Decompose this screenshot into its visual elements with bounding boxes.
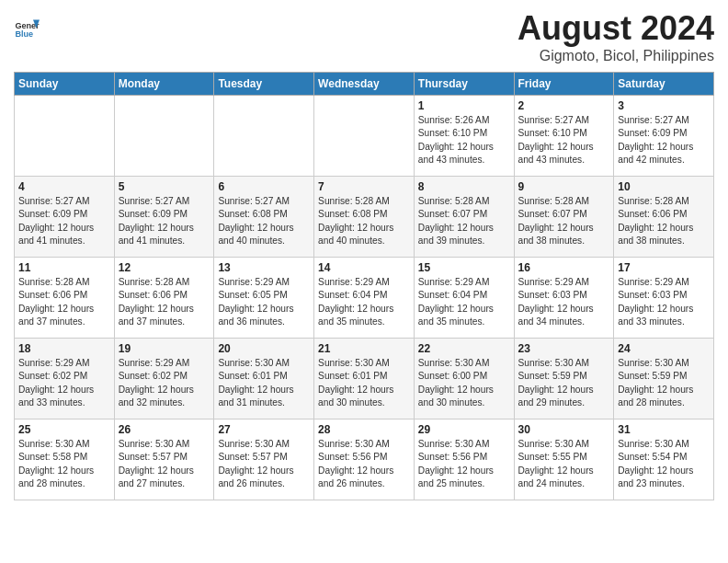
cell-content: Sunrise: 5:28 AM [418, 195, 510, 208]
cell-content: and 39 minutes. [418, 235, 510, 247]
cell-content: Sunrise: 5:30 AM [218, 357, 310, 370]
cell-content: Sunset: 6:08 PM [218, 208, 310, 221]
day-header: Tuesday [214, 73, 314, 96]
cell-content: and 35 minutes. [318, 316, 410, 328]
cell-content: Daylight: 12 hours [218, 303, 310, 316]
cell-content: Sunrise: 5:30 AM [418, 438, 510, 451]
day-number: 24 [618, 342, 710, 355]
day-number: 19 [119, 342, 210, 355]
day-header: Thursday [414, 73, 514, 96]
cell-content: Daylight: 12 hours [418, 222, 510, 235]
day-number: 25 [18, 423, 110, 436]
title-block: August 2024 Gigmoto, Bicol, Philippines [518, 9, 714, 64]
cell-content: Daylight: 12 hours [618, 222, 710, 235]
calendar-week-row: 25Sunrise: 5:30 AMSunset: 5:58 PMDayligh… [15, 419, 714, 500]
calendar-cell: 18Sunrise: 5:29 AMSunset: 6:02 PMDayligh… [15, 339, 115, 419]
calendar-cell [214, 96, 314, 177]
cell-content: and 43 minutes. [418, 154, 510, 167]
cell-content: Sunrise: 5:30 AM [318, 438, 410, 451]
cell-content: Sunset: 6:07 PM [518, 208, 610, 221]
cell-content: and 25 minutes. [418, 477, 510, 490]
cell-content: Sunset: 5:57 PM [119, 451, 210, 464]
cell-content: Sunset: 5:56 PM [418, 451, 510, 464]
day-number: 21 [318, 342, 410, 355]
calendar-cell: 20Sunrise: 5:30 AMSunset: 6:01 PMDayligh… [214, 339, 314, 419]
day-number: 26 [119, 423, 210, 436]
svg-text:Blue: Blue [15, 29, 33, 39]
day-number: 3 [618, 99, 710, 112]
cell-content: Sunset: 5:58 PM [18, 451, 110, 464]
calendar-cell: 4Sunrise: 5:27 AMSunset: 6:09 PMDaylight… [15, 177, 115, 258]
cell-content: Daylight: 12 hours [119, 303, 210, 316]
cell-content: Sunrise: 5:29 AM [218, 276, 310, 289]
day-number: 31 [618, 423, 710, 436]
cell-content: Daylight: 12 hours [418, 384, 510, 396]
day-number: 16 [518, 261, 610, 274]
cell-content: Sunrise: 5:30 AM [218, 438, 310, 451]
cell-content: Sunset: 6:04 PM [318, 289, 410, 302]
cell-content: and 40 minutes. [218, 235, 310, 247]
cell-content: Sunrise: 5:30 AM [418, 357, 510, 370]
cell-content: Sunset: 6:07 PM [418, 208, 510, 221]
cell-content: Sunrise: 5:27 AM [618, 114, 710, 127]
cell-content: Sunrise: 5:29 AM [518, 276, 610, 289]
calendar-cell: 6Sunrise: 5:27 AMSunset: 6:08 PMDaylight… [214, 177, 314, 258]
cell-content: and 43 minutes. [518, 154, 610, 167]
cell-content: Sunset: 6:10 PM [518, 127, 610, 140]
day-number: 2 [518, 99, 610, 112]
cell-content: and 41 minutes. [18, 235, 110, 247]
day-number: 18 [18, 342, 110, 355]
cell-content: Daylight: 12 hours [218, 465, 310, 477]
cell-content: Sunrise: 5:30 AM [618, 357, 710, 370]
calendar-cell: 22Sunrise: 5:30 AMSunset: 6:00 PMDayligh… [414, 339, 514, 419]
cell-content: Sunrise: 5:28 AM [119, 276, 210, 289]
cell-content: and 30 minutes. [318, 396, 410, 409]
calendar-cell [314, 96, 415, 177]
calendar-cell: 15Sunrise: 5:29 AMSunset: 6:04 PMDayligh… [414, 258, 514, 339]
cell-content: Sunset: 5:56 PM [318, 451, 410, 464]
cell-content: Sunset: 5:57 PM [218, 451, 310, 464]
cell-content: Sunset: 6:06 PM [618, 208, 710, 221]
calendar-cell: 27Sunrise: 5:30 AMSunset: 5:57 PMDayligh… [214, 419, 314, 500]
calendar-cell: 14Sunrise: 5:29 AMSunset: 6:04 PMDayligh… [314, 258, 415, 339]
cell-content: and 37 minutes. [18, 316, 110, 328]
cell-content: Sunrise: 5:30 AM [518, 438, 610, 451]
day-number: 20 [218, 342, 310, 355]
cell-content: Sunset: 6:09 PM [119, 208, 210, 221]
cell-content: and 38 minutes. [518, 235, 610, 247]
day-number: 29 [418, 423, 510, 436]
cell-content: and 41 minutes. [119, 235, 210, 247]
cell-content: Daylight: 12 hours [318, 465, 410, 477]
calendar-cell: 25Sunrise: 5:30 AMSunset: 5:58 PMDayligh… [15, 419, 115, 500]
cell-content: and 29 minutes. [518, 396, 610, 409]
cell-content: and 26 minutes. [318, 477, 410, 490]
calendar-cell: 23Sunrise: 5:30 AMSunset: 5:59 PMDayligh… [514, 339, 614, 419]
day-number: 6 [218, 180, 310, 193]
cell-content: Daylight: 12 hours [618, 465, 710, 477]
day-number: 22 [418, 342, 510, 355]
calendar-week-row: 4Sunrise: 5:27 AMSunset: 6:09 PMDaylight… [15, 177, 714, 258]
cell-content: Sunrise: 5:27 AM [18, 195, 110, 208]
day-number: 12 [119, 261, 210, 274]
calendar-cell: 30Sunrise: 5:30 AMSunset: 5:55 PMDayligh… [514, 419, 614, 500]
cell-content: Daylight: 12 hours [618, 141, 710, 154]
calendar-cell: 3Sunrise: 5:27 AMSunset: 6:09 PMDaylight… [614, 96, 714, 177]
cell-content: and 23 minutes. [618, 477, 710, 490]
cell-content: and 28 minutes. [618, 396, 710, 409]
cell-content: Daylight: 12 hours [518, 384, 610, 396]
calendar-cell: 2Sunrise: 5:27 AMSunset: 6:10 PMDaylight… [514, 96, 614, 177]
cell-content: Daylight: 12 hours [418, 303, 510, 316]
calendar-week-row: 1Sunrise: 5:26 AMSunset: 6:10 PMDaylight… [15, 96, 714, 177]
cell-content: Sunset: 6:06 PM [18, 289, 110, 302]
cell-content: Daylight: 12 hours [218, 384, 310, 396]
cell-content: Sunset: 6:04 PM [418, 289, 510, 302]
day-number: 10 [618, 180, 710, 193]
day-header: Wednesday [314, 73, 415, 96]
cell-content: and 42 minutes. [618, 154, 710, 167]
cell-content: Sunrise: 5:27 AM [218, 195, 310, 208]
calendar-cell [114, 96, 214, 177]
calendar-cell: 26Sunrise: 5:30 AMSunset: 5:57 PMDayligh… [114, 419, 214, 500]
day-number: 28 [318, 423, 410, 436]
calendar-cell: 24Sunrise: 5:30 AMSunset: 5:59 PMDayligh… [614, 339, 714, 419]
cell-content: Sunrise: 5:28 AM [318, 195, 410, 208]
